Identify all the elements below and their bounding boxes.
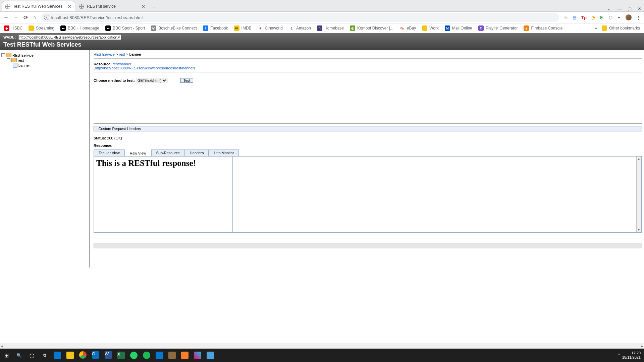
tree-node-rest[interactable]: − rest [1, 58, 88, 62]
tab-http-monitor[interactable]: Http Monitor [209, 149, 239, 156]
bookmark-item[interactable]: ▲Firebase Console [524, 25, 562, 31]
taskbar-vscode[interactable] [153, 349, 166, 362]
bookmark-item[interactable]: Streaming [29, 25, 54, 31]
tab-tabular-view[interactable]: Tabular View [94, 149, 125, 156]
breadcrumb-link[interactable]: rest [119, 52, 125, 56]
method-select[interactable]: GET(text/html) [136, 78, 167, 83]
bookmarks-overflow[interactable]: » [595, 26, 597, 31]
browser-tab-active[interactable]: Test RESTful Web Services ✕ [2, 1, 75, 11]
resource-label: Resource: [94, 62, 112, 66]
bookmark-item[interactable]: Work [422, 25, 439, 31]
extension-icon[interactable]: Tp [581, 15, 587, 20]
collapse-icon[interactable]: − [1, 53, 5, 57]
page-header: WADL : Test RESTful Web Services [0, 33, 644, 50]
bookmark-item[interactable]: IMIMDB [234, 25, 252, 31]
tab-headers[interactable]: Headers [185, 149, 209, 156]
home-button[interactable]: ⌂ [33, 14, 36, 20]
extension-icon[interactable]: ⬡ [609, 15, 612, 20]
resource-tree: − RESTservice − rest banner [0, 50, 90, 267]
browser-tab[interactable]: RESTful service ✕ [76, 1, 149, 11]
status-row: Status: 200 (OK) [94, 136, 642, 140]
reload-button[interactable]: ⟳ [23, 14, 28, 21]
tab-sub-resource[interactable]: Sub-Resource [151, 149, 185, 156]
bookmark-item[interactable]: ✶Cineworld [258, 25, 283, 31]
tree-label: RESTservice [12, 53, 34, 57]
cortana-button[interactable]: ◯ [25, 349, 38, 362]
browser-tab-strip: Test RESTful Web Services ✕ RESTful serv… [0, 0, 644, 12]
taskbar-app[interactable] [204, 349, 217, 362]
bookmark-item[interactable]: ◆HSBC [4, 25, 22, 31]
resource-path-link[interactable]: rest/banner [113, 62, 131, 66]
response-body-text: This is a RESTful response! [96, 159, 230, 168]
windows-taskbar: ⊞ 🔍 ◯ ⧉ O W X ˄ 17:29 18/11/2021 [0, 349, 644, 362]
breadcrumb-link[interactable]: RESTservice [94, 52, 115, 56]
scrollbar-vertical[interactable] [636, 157, 641, 232]
test-button[interactable]: Test [180, 78, 193, 83]
other-bookmarks[interactable]: Other bookmarks [602, 25, 640, 31]
taskbar-word[interactable]: W [102, 348, 115, 362]
chevron-down-icon[interactable]: ⌄ [607, 6, 611, 11]
response-right-pane [233, 157, 641, 232]
bookmark-item[interactable]: ⦿Bosch eBike Connect [151, 25, 197, 31]
scrollbar-horizontal[interactable] [94, 243, 642, 248]
bookmark-item[interactable]: fFacebook [203, 25, 228, 31]
window-close-button[interactable]: ✕ [638, 6, 641, 11]
resource-leaf-icon [13, 63, 17, 68]
response-body-pane: This is a RESTful response! [94, 157, 233, 232]
minimize-button[interactable]: — [617, 6, 622, 11]
taskbar-chrome[interactable] [76, 348, 89, 362]
taskbar-excel[interactable]: X [115, 349, 127, 362]
close-icon[interactable]: ✕ [141, 4, 146, 9]
bookmark-item[interactable]: hHomebase [317, 25, 344, 31]
search-button[interactable]: 🔍 [13, 349, 25, 362]
taskbar-outlook[interactable]: O [89, 348, 102, 362]
taskbar-app[interactable] [178, 349, 191, 362]
taskbar-app[interactable] [191, 349, 204, 362]
star-icon[interactable]: ☆ [564, 15, 568, 20]
folder-open-icon [11, 58, 17, 62]
taskbar-file-explorer[interactable] [64, 349, 76, 362]
browser-toolbar: ← → ⟳ ⌂ i localhost:8080/RESTservice/tes… [0, 12, 644, 23]
bookmark-item[interactable]: aAmazon [289, 25, 311, 31]
status-value: 200 (OK) [107, 136, 122, 140]
extension-icon[interactable]: ◔ [591, 15, 595, 20]
custom-headers-button[interactable]: ↓ Custom Request Headers [94, 126, 642, 131]
resource-info: Resource: rest/banner (http://localhost:… [94, 62, 642, 70]
bookmark-item[interactable]: 🛍eBay [399, 25, 416, 31]
taskbar-app[interactable] [166, 349, 178, 362]
forward-button[interactable]: → [13, 14, 19, 20]
bookmark-item[interactable]: MMail Online [445, 25, 472, 31]
profile-avatar[interactable] [626, 14, 632, 20]
resource-url-link[interactable]: (http://localhost:8080/RESTservice/webre… [94, 66, 195, 70]
system-clock[interactable]: 17:29 18/11/2021 [622, 351, 641, 360]
tree-node-banner[interactable]: banner [1, 63, 88, 68]
shield-icon[interactable]: ⛨ [600, 15, 604, 20]
taskbar-spotify[interactable] [140, 349, 153, 362]
new-tab-button[interactable]: ＋ [150, 3, 158, 11]
address-bar[interactable]: i localhost:8080/RESTservice/test-resbea… [41, 13, 559, 22]
taskbar-whatsapp[interactable] [127, 349, 140, 362]
extensions-icon[interactable]: ✦ [617, 15, 621, 20]
maximize-button[interactable]: ▢ [628, 6, 632, 11]
back-button[interactable]: ← [3, 14, 9, 20]
bookmark-item[interactable]: •••BBC - Homepage [60, 25, 99, 31]
wadl-label: WADL : [3, 35, 16, 39]
bookmark-item[interactable]: ◐Komoot Discover |... [350, 25, 393, 31]
tree-node-root[interactable]: − RESTservice [1, 53, 88, 57]
page-title: Test RESTful Web Services [3, 41, 641, 48]
task-view-button[interactable]: ⧉ [38, 349, 51, 362]
tray-chevron-icon[interactable]: ˄ [618, 353, 620, 358]
collapse-icon[interactable]: − [7, 58, 10, 62]
close-icon[interactable]: ✕ [67, 4, 72, 9]
kebab-menu-icon[interactable]: ⋮ [636, 15, 641, 20]
bookmark-item[interactable]: ⚙Playlist Generator [478, 25, 518, 31]
tree-label: rest [18, 58, 24, 62]
start-button[interactable]: ⊞ [0, 349, 13, 362]
taskbar-app[interactable] [51, 349, 64, 362]
wadl-url-input[interactable] [18, 35, 121, 40]
reading-list-icon[interactable]: ▤ [573, 15, 577, 20]
bookmark-item[interactable]: •••BBC Sport - Sport [105, 25, 145, 31]
page-scrollbar-horizontal[interactable] [0, 344, 644, 349]
site-info-icon[interactable]: i [44, 15, 49, 20]
tab-raw-view[interactable]: Raw View [125, 150, 151, 156]
